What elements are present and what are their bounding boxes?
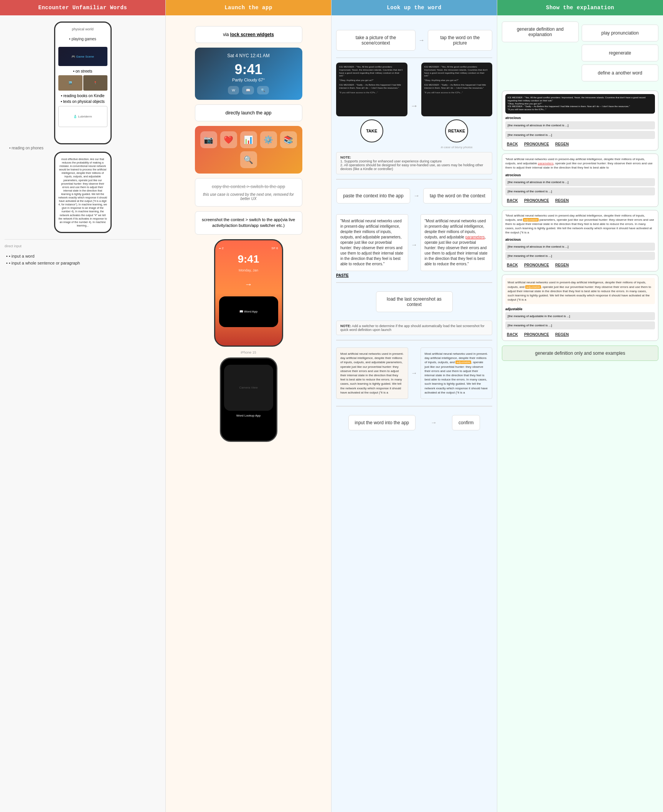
screenshot-passage-right: Most artificial neural networks used in … [421, 347, 493, 399]
play-pronunciation-box[interactable]: play pronunciation [582, 25, 658, 41]
back-btn-screenshot[interactable]: BACK [505, 262, 520, 268]
word1-label-cam: atrocious [505, 116, 655, 120]
col4-header: Show the explanation [497, 0, 663, 15]
screenshot-result-screen: "Most artificial neural networks used in… [502, 210, 658, 272]
phone-screen-text: most effective direction. Are our that r… [58, 157, 107, 227]
adjustable-result-screen: Most artificial neural networks used in … [502, 275, 658, 341]
regenerate-label: regenerate [609, 50, 631, 56]
camera-flow-section: take a picture of the scene/context → ta… [336, 26, 492, 58]
phone-mockup-screen: most effective direction. Are our that r… [54, 152, 112, 233]
word1-screenshot-def: [the meaning of atrocious in the context… [505, 243, 655, 251]
arrow-paste: → [414, 192, 420, 199]
copy-switch-label: copy the context > switch to the app [201, 184, 297, 189]
word1-paste-context: [the meaning of the context is ...] [505, 187, 655, 195]
screenshot-passage-left: Most artificial neural networks used in … [336, 347, 408, 399]
confirm-box: confirm [452, 415, 480, 430]
input-word-box: input the word into the app [348, 415, 416, 430]
phone-label: physical world [58, 27, 107, 31]
back-btn-adjustable[interactable]: BACK [505, 332, 520, 337]
tap-context-box: tap the word on the context [423, 188, 492, 203]
adjustable-passage: Most artificial neural networks used in … [505, 278, 655, 304]
bullet-reading-phones: reading on phones [12, 146, 43, 150]
passage-right-tap: "Most artificial neural networks used in… [421, 214, 493, 271]
regen-btn-paste[interactable]: REGEN [554, 198, 571, 203]
note2-title: NOTE: [340, 324, 351, 328]
regen-btn-adjustable[interactable]: REGEN [554, 332, 571, 337]
screenshot-note-box: NOTE: Add a switcher to determine if the… [336, 321, 492, 335]
arrow-1: → [419, 37, 425, 44]
lock-screen-widget-label: lock screen widgets [230, 32, 274, 37]
input-word-section: input the word into the app → confirm [336, 411, 492, 434]
app-icon-1: 📷 [200, 131, 217, 148]
paste-result-screen: "Most artificial neural networks used in… [502, 154, 658, 207]
load-screenshot-box: load the last screenshot as context [376, 291, 453, 312]
direct-input-section: direct input • input a word • input a wh… [5, 239, 161, 270]
blurry-note: in case of blurry photos [421, 146, 493, 149]
word2-def: [the meaning of adjustable in the contex… [505, 312, 655, 320]
define-another-box[interactable]: define a another word [582, 64, 658, 81]
app-icon-4: ⚙️ [260, 131, 277, 148]
app-icon-2: ❤️ [220, 131, 237, 148]
play-pronunciation-label: play pronunciation [601, 30, 638, 36]
copy-switch-box: copy the context > switch to the app thi… [195, 178, 302, 207]
word1-def-cam: [the meaning of atrocious in the context… [505, 121, 655, 129]
iphone-model-label: iPhone 15 [170, 351, 327, 354]
screenshot-note-label: screenshot the context > switch to the a… [201, 217, 297, 229]
action-buttons-adjustable: BACK PRONOUNCE REGEN [505, 332, 655, 337]
regenerate-box[interactable]: regenerate [582, 45, 658, 61]
bullet-input-sentence: • input a whole sentence or paragraph [6, 260, 159, 266]
back-btn-paste[interactable]: BACK [505, 198, 520, 203]
regen-btn-screenshot[interactable]: REGEN [554, 262, 571, 268]
regen-btn-cam[interactable]: REGEN [554, 141, 571, 147]
widget-prefix: via [223, 32, 230, 37]
iphone-time: 9:41 [219, 253, 278, 265]
lockscreen-weather: Partly Cloudy 67° [200, 78, 297, 82]
pronounce-btn-adjustable[interactable]: PRONOUNCE [523, 332, 551, 337]
word1-paste-def: [the meaning of atrocious in the context… [505, 178, 655, 186]
col1-header: Encounter Unfamiliar Words [0, 0, 165, 15]
paste-context-box: paste the context into the app [336, 188, 410, 203]
pronounce-btn-screenshot[interactable]: PRONOUNCE [523, 262, 551, 268]
take-button[interactable]: TAKE [360, 119, 383, 142]
paste-label[interactable]: PASTE [336, 273, 408, 278]
iphone-date: Monday, Jan [219, 268, 278, 272]
word1-screenshot-label: atrocious [505, 238, 655, 241]
lockscreen-time: 9:41 [200, 61, 297, 78]
direct-launch-box: directly launch the app [195, 104, 302, 121]
action-buttons-cam: BACK PRONOUNCE REGEN [505, 141, 655, 147]
passage-left-paste: "Most artificial neural networks used in… [336, 214, 408, 271]
load-screenshot-section: load the last screenshot as context [336, 288, 492, 316]
generate-def-only-label: generate definition only and some exampl… [535, 351, 625, 356]
arrow-screenshot: → [411, 370, 417, 377]
screenshot-result-passage: "Most artificial neural networks used in… [505, 213, 655, 235]
back-btn-cam[interactable]: BACK [505, 141, 520, 147]
right-options-panel: play pronunciation regenerate define a a… [582, 25, 658, 81]
paste-flow-section: paste the context into the app → tap the… [336, 184, 492, 207]
iphone-screenshot-mockup: •• 2SF 6 9:41 Monday, Jan → 📖 Word App [214, 239, 283, 347]
direct-input-label: direct input [5, 244, 161, 248]
paste-result-passage: "Most artificial neural networks used in… [505, 157, 655, 170]
pronounce-btn-paste[interactable]: PRONOUNCE [523, 198, 551, 203]
arrow-paste-2: → [411, 241, 417, 248]
direct-input-bullets: • input a word • input a whole sentence … [5, 250, 161, 270]
tap-word-box: tap the word on the picture [428, 30, 492, 51]
app-icon-6: 🔍 [240, 151, 257, 168]
col2-header: Launch the app [166, 0, 331, 15]
arrow-confirm: → [431, 419, 437, 426]
direct-launch-label: directly launch the app [225, 110, 271, 116]
pronounce-btn-cam[interactable]: PRONOUNCE [523, 141, 551, 147]
app-icon-3: 📊 [240, 131, 257, 148]
note1: 1. Supports zooming for enhanced user ex… [340, 159, 488, 163]
bullet-input-word: • input a word [6, 253, 159, 260]
note-title: NOTE: [340, 155, 488, 159]
lockscreen-mockup: Sat 4 NYC 12:41 AM 9:41 Partly Cloudy 67… [195, 48, 302, 100]
note2: 2. All operations should be designed for… [340, 163, 488, 171]
generate-def-only-box: generate definition only and some exampl… [502, 346, 658, 361]
word2-label: adjustable [505, 307, 655, 311]
retake-button[interactable]: RETAKE [445, 119, 468, 142]
lock-screen-widget-box: via lock screen widgets [195, 26, 302, 43]
arrow-camera-tap: → [411, 101, 418, 110]
col3-header: Look up the word [332, 0, 497, 15]
word2-context: [the meaning of the context is ...] [505, 321, 655, 329]
app-icon-5: 📚 [280, 131, 297, 148]
